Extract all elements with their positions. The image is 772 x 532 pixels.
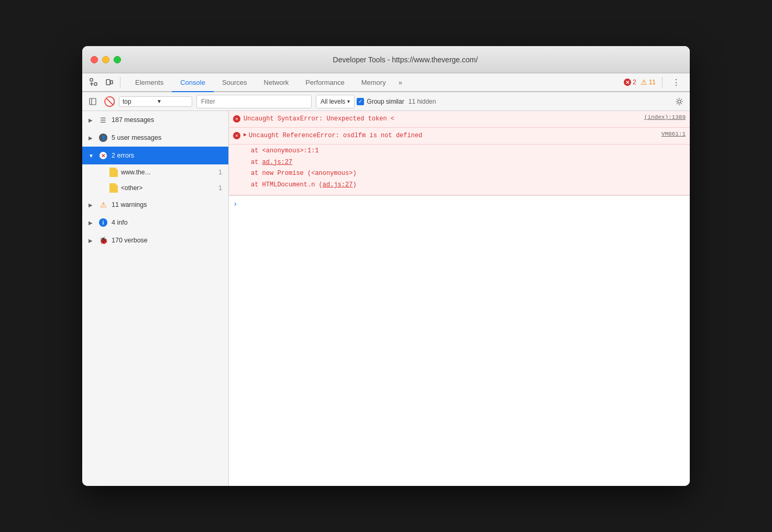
group-similar-area: ✓ Group similar [357,98,404,105]
reference-error-location[interactable]: VM861:1 [661,131,686,137]
tab-console[interactable]: Console [172,73,214,92]
tab-network[interactable]: Network [256,73,297,92]
levels-dropdown-icon: ▾ [347,98,350,104]
sidebar-item-errors[interactable]: ▼ ✕ 2 errors [82,147,228,164]
syntax-error-text: Uncaught SyntaxError: Unexpected token < [244,114,640,124]
tab-sources[interactable]: Sources [214,73,256,92]
warning-count-badge[interactable]: ⚠ 11 [641,78,656,86]
expand-arrow-messages: ▶ [89,117,95,123]
clear-console-button[interactable]: 🚫 [102,94,117,109]
titlebar: Developer Tools - https://www.theverge.c… [82,46,690,73]
sidebar-item-all-messages[interactable]: ▶ ☰ 187 messages [82,111,228,129]
expand-arrow-errors: ▼ [89,153,95,159]
svg-rect-5 [111,81,113,84]
sidebar-item-user-messages[interactable]: ▶ 👤 5 user messages [82,129,228,147]
close-button[interactable] [91,56,98,63]
sidebar-item-verbose[interactable]: ▶ 🐞 170 verbose [82,231,228,249]
user-icon: 👤 [98,132,108,143]
expand-arrow-verbose: ▶ [89,238,95,243]
sidebar-label-user: 5 user messages [112,134,222,141]
stack-line-4: at HTMLDocument.n (ad.js:27) [251,180,686,191]
expand-triangle-2[interactable]: ▶ [244,131,247,138]
context-dropdown-icon: ▼ [157,98,189,104]
warning-icon: ⚠ [641,78,647,86]
stack-link-ad1[interactable]: ad.js:27 [262,159,293,166]
traffic-lights [91,56,121,63]
sidebar-label-www: www.the… [121,169,215,176]
warning-count: 11 [649,79,656,86]
expand-arrow-warnings: ▶ [89,202,95,208]
main-content: ▶ ☰ 187 messages ▶ 👤 5 user messages ▼ ✕… [82,111,690,486]
group-similar-checkbox[interactable]: ✓ [357,98,364,105]
svg-rect-4 [106,80,110,85]
svg-point-8 [678,100,681,103]
reference-error-text: Uncaught ReferenceError: osdlfm is not d… [249,131,657,140]
console-toolbar: 🚫 top ▼ All levels ▾ ✓ Group similar 11 … [82,92,690,111]
tab-bar: Elements Console Sources Network Perform… [82,73,690,92]
file-icon-www [109,168,118,177]
stack-line-1: at <anonymous>:1:1 [251,146,686,157]
sidebar-label-errors: 2 errors [112,152,222,159]
svg-rect-0 [90,79,93,81]
sidebar-label-messages: 187 messages [112,116,222,124]
tab-bar-right: ✕ 2 ⚠ 11 ⋮ [624,73,686,91]
error-icon: ✕ [624,79,631,86]
filter-input[interactable] [196,95,312,108]
console-input[interactable] [241,201,686,208]
tab-memory[interactable]: Memory [353,73,394,92]
sidebar-label-warnings: 11 warnings [112,201,222,208]
sidebar-label-info: 4 info [112,219,222,226]
console-row-syntax-error[interactable]: ✕ Uncaught SyntaxError: Unexpected token… [229,111,690,128]
console-input-row[interactable]: › [229,195,690,212]
console-settings-button[interactable] [672,94,687,109]
levels-dropdown[interactable]: All levels ▾ [316,95,355,108]
context-label: top [123,98,155,105]
sidebar-subitem-www[interactable]: www.the… 1 [82,164,228,180]
sidebar: ▶ ☰ 187 messages ▶ 👤 5 user messages ▼ ✕… [82,111,229,486]
levels-label: All levels [321,98,345,105]
console-panel: ✕ Uncaught SyntaxError: Unexpected token… [229,111,690,486]
tab-elements[interactable]: Elements [127,73,172,92]
svg-rect-6 [90,98,96,105]
window-title: Developer Tools - https://www.theverge.c… [129,56,681,64]
error-icon-sidebar: ✕ [98,150,108,161]
inspect-element-icon[interactable] [86,75,101,90]
sidebar-subitem-other[interactable]: <other> 1 [82,180,228,196]
info-icon-sidebar: i [98,217,108,228]
minimize-button[interactable] [102,56,109,63]
sidebar-count-other: 1 [218,184,222,192]
sidebar-item-warnings[interactable]: ▶ ⚠ 11 warnings [82,196,228,214]
expand-arrow-info: ▶ [89,220,95,226]
bug-icon: 🐞 [98,235,108,246]
error-count: 2 [633,79,636,86]
svg-rect-3 [94,83,97,85]
devtools-window: Developer Tools - https://www.theverge.c… [82,46,690,486]
messages-icon: ☰ [98,115,108,125]
sidebar-label-other: <other> [121,184,215,192]
stack-line-2: at ad.js:27 [251,157,686,169]
expand-arrow-user: ▶ [89,135,95,141]
hidden-count: 11 hidden [409,98,436,105]
sidebar-item-info[interactable]: ▶ i 4 info [82,214,228,231]
stack-line-3: at new Promise (<anonymous>) [251,168,686,180]
context-selector[interactable]: top ▼ [119,96,192,107]
badge-divider [662,77,663,87]
warning-icon-sidebar: ⚠ [98,199,108,210]
error-count-badge[interactable]: ✕ 2 [624,79,636,86]
console-prompt: › [233,200,237,208]
file-icon-other [109,183,118,193]
stack-link-ad2[interactable]: ad.js:27 [323,181,353,189]
more-tabs-button[interactable]: » [394,73,406,91]
maximize-button[interactable] [114,56,121,63]
syntax-error-location[interactable]: (index):1389 [644,114,686,120]
console-row-reference-error[interactable]: ✕ ▶ Uncaught ReferenceError: osdlfm is n… [229,128,690,145]
group-similar-label: Group similar [367,98,404,105]
sidebar-label-verbose: 170 verbose [112,237,222,244]
tab-performance[interactable]: Performance [297,73,352,92]
sidebar-count-www: 1 [218,169,222,176]
device-toolbar-icon[interactable] [102,75,117,90]
collapse-sidebar-button[interactable] [85,94,100,109]
more-options-button[interactable]: ⋮ [669,75,683,90]
error-indicator-2: ✕ [233,131,240,139]
toolbar-divider [120,77,120,87]
